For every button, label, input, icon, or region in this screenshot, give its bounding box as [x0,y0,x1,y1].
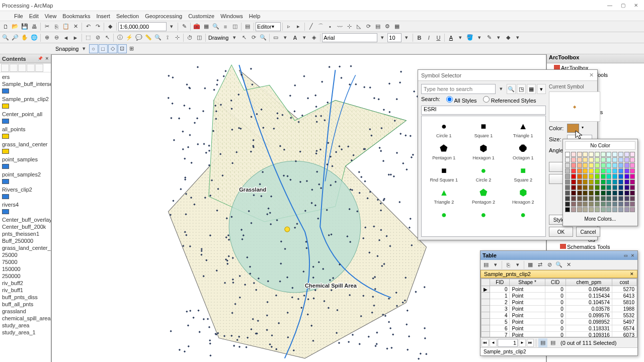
create-features-icon[interactable]: ▦ [392,22,401,31]
table-close-icon[interactable]: ✕ [629,252,635,258]
color-swatch[interactable] [612,185,617,190]
color-swatch[interactable] [565,163,570,168]
layer-item[interactable]: pnts_theissen1 [1,230,50,237]
layer-item[interactable]: all_points [1,126,50,133]
cut-icon[interactable]: ✂ [42,22,51,31]
layer-item[interactable]: riv_buff1 [1,287,50,294]
draw-zoom-icon[interactable]: 🔍 [259,33,268,42]
color-swatch[interactable] [577,191,582,196]
color-swatch[interactable] [583,207,588,212]
paste-icon[interactable]: 📋 [61,22,70,31]
color-swatch[interactable] [589,185,594,190]
minimize-button[interactable]: — [604,2,616,10]
table-record-pos-input[interactable] [498,339,518,347]
table-related-icon[interactable]: ⎘ [504,260,513,269]
symbol-item[interactable]: ●Circle 2 [464,163,503,185]
layer-item[interactable]: Sample_buff_intersect [1,80,50,87]
color-swatch[interactable] [601,179,606,185]
symbol-item[interactable]: ⬢Hexagon 2 [504,186,542,207]
color-swatch[interactable] [601,191,606,196]
color-swatch[interactable] [618,179,623,185]
menu-help[interactable]: Help [246,12,264,20]
color-swatch[interactable] [601,185,606,190]
font-dd-icon[interactable]: ▾ [378,33,387,42]
color-swatch[interactable] [624,179,629,185]
color-swatch[interactable] [565,157,570,162]
select-features-icon[interactable]: ⬚ [84,33,93,42]
color-swatch[interactable] [565,185,570,190]
table-row[interactable]: 2Point00.1045745810 [481,299,637,306]
color-swatch[interactable] [565,191,570,196]
color-swatch[interactable] [618,152,623,157]
color-swatch[interactable] [612,157,617,162]
zoom-out-icon[interactable]: 🔎 [11,33,20,42]
color-swatch[interactable] [624,152,629,157]
toc-pin-icon[interactable]: 📌 [37,55,43,61]
sketch-point-icon[interactable]: • [326,22,335,31]
layer-item[interactable]: Center_buff_overlay [1,216,50,223]
menu-edit[interactable]: Edit [26,12,42,20]
toc-layer-tree[interactable]: ers Sample_buff_intersectSample_pnts_cli… [0,72,51,362]
editor-dropdown[interactable]: Editor▾ [256,22,281,31]
snap-vertex-icon[interactable]: ◇ [108,44,117,53]
table-row[interactable]: 6Point00.1183316574 [481,325,637,332]
color-swatch[interactable] [583,152,588,157]
color-swatch[interactable] [612,196,617,201]
sketch-arc-icon[interactable]: ⌒ [316,22,325,31]
pan-icon[interactable]: ✋ [20,33,29,42]
color-swatch[interactable] [630,163,635,168]
color-swatch[interactable] [571,179,576,185]
color-swatch[interactable] [606,185,611,190]
color-swatch[interactable] [630,185,635,190]
color-swatch[interactable] [624,174,629,179]
color-swatch[interactable] [595,174,600,179]
line-color-icon[interactable]: ✎ [485,33,494,42]
layer-item[interactable]: chemical_spill_area [1,315,50,322]
draw-rect-dd-icon[interactable]: ▾ [281,33,290,42]
italic-icon[interactable]: I [424,33,433,42]
color-swatch[interactable] [630,157,635,162]
select-elements-icon[interactable]: ↖ [103,33,112,42]
snap-point-icon[interactable]: ○ [89,44,98,53]
symbol-item[interactable]: ⬟Pentagon 2 [464,186,503,207]
layer-item[interactable]: 75000 [1,258,50,265]
color-swatch[interactable] [577,196,582,201]
open-icon[interactable]: 📂 [11,22,20,31]
search-icon[interactable]: 🔍 [211,22,220,31]
delete-icon[interactable]: ✕ [71,22,80,31]
color-swatch[interactable] [577,202,582,207]
table-icon[interactable]: ▤ [243,22,252,31]
symbol-item[interactable]: ▲Triangle 2 [425,186,463,207]
layer-item[interactable]: riv_buff2 [1,280,50,287]
table-tab-close-icon[interactable]: ✕ [630,272,634,277]
symbol-search-opt2-icon[interactable]: ▦ [527,84,536,94]
symbol-item[interactable]: ● [425,208,463,222]
menu-bookmarks[interactable]: Bookmarks [59,12,93,20]
identify-icon[interactable]: ⓘ [115,33,124,42]
color-swatch[interactable] [606,191,611,196]
color-swatch[interactable] [612,163,617,168]
color-swatch[interactable] [577,179,582,185]
table-active-tab[interactable]: Sample_pnts_clip2 ✕ [480,270,637,278]
color-swatch[interactable] [571,185,576,190]
symbol-search-opt3-icon[interactable]: ▾ [537,84,546,94]
symbol-item[interactable]: ⬟Pentagon 1 [425,141,463,162]
toolbox-icon[interactable]: 🧰 [192,22,201,31]
table-options-icon[interactable]: ▤ [481,260,491,269]
undo-icon[interactable]: ↶ [84,22,93,31]
size-dd-icon[interactable]: ▾ [402,33,411,42]
layer-item[interactable]: 150000 [1,265,50,273]
color-swatch[interactable] [618,174,623,179]
color-swatch[interactable] [565,196,570,201]
toc-list-by-selection-icon[interactable] [27,64,35,72]
fill-color-icon[interactable]: 🪣 [465,33,474,42]
find-icon[interactable]: 🔍 [153,33,163,42]
color-swatch[interactable] [571,168,576,173]
cancel-button[interactable]: Cancel [576,227,600,237]
sketch-trace-icon[interactable]: 〰 [335,22,344,31]
toc-list-by-drawing-icon[interactable] [1,64,9,72]
table-column-header[interactable]: CID [545,279,566,286]
table-footer-tab[interactable]: Sample_pnts_clip2 [480,347,637,355]
marker-color-icon[interactable]: ◆ [504,33,513,42]
color-swatch[interactable] [606,207,611,212]
